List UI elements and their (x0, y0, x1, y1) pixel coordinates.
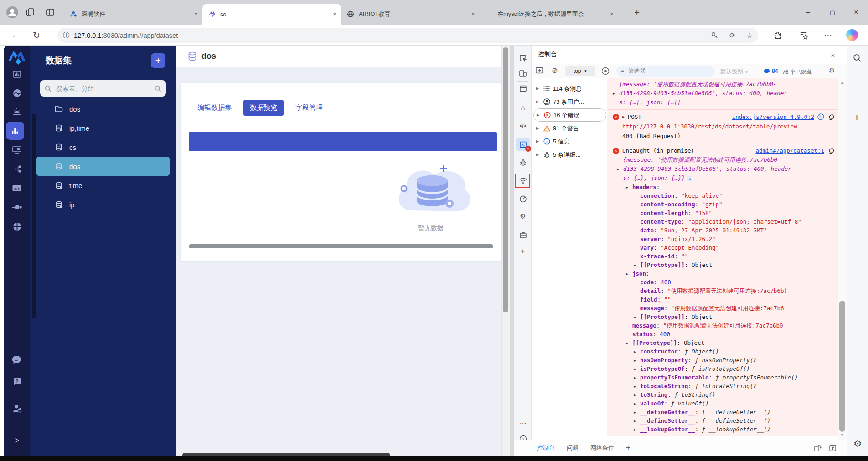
copilot-icon[interactable] (846, 29, 858, 41)
message-icon[interactable] (8, 353, 26, 366)
tree-key[interactable]: __defineSetter__ (640, 417, 695, 424)
tree-key[interactable]: hasOwnProperty (640, 357, 688, 364)
alarm-icon[interactable] (8, 105, 26, 119)
dataset-item[interactable]: ip,time (36, 118, 170, 138)
bug-icon[interactable] (543, 151, 550, 159)
tree-value[interactable]: ƒ __defineSetter__() (702, 417, 770, 424)
devtools-divider[interactable] (510, 46, 514, 456)
airiot-logo-icon[interactable] (208, 10, 216, 18)
tree-value[interactable]: Object (684, 339, 704, 346)
database-icon[interactable] (55, 124, 63, 132)
globe-icon[interactable] (346, 10, 355, 18)
console-scrollbar-thumb[interactable] (839, 301, 845, 432)
drawer-tab-console[interactable]: 控制台 (537, 444, 555, 452)
tree-value[interactable]: "使用数据源配置无法创建可用连接:7ac7b6b( (667, 287, 787, 294)
expander-arrow-icon[interactable]: ▶ (634, 391, 636, 400)
tree-value[interactable]: "使用数据源配置无法创建可用连接:7ac7b6b0- (663, 322, 786, 329)
map-icon[interactable] (8, 86, 26, 100)
srun-logo-icon[interactable] (69, 10, 78, 18)
expander-arrow-icon[interactable]: ▶ (634, 365, 636, 374)
browser-tab[interactable]: AIRIOT教育× (341, 4, 480, 25)
console-tree-row[interactable]: x-trace-id: "" (613, 252, 834, 261)
tree-key[interactable]: [[Prototype]] (640, 313, 685, 320)
sidebar-add-icon[interactable]: + (854, 112, 860, 124)
expander-arrow-icon[interactable]: ▶ (613, 89, 615, 98)
expander-arrow-icon[interactable]: ▶ (634, 408, 636, 417)
none-icon[interactable] (485, 10, 493, 18)
dataset-item[interactable]: ip (36, 195, 170, 214)
console-tree-row[interactable]: vary: "Accept-Encoding" (613, 243, 834, 252)
console-settings-gear-icon[interactable]: ⚙ (829, 67, 835, 75)
console-tree-row[interactable]: ▶toString: ƒ toString() (613, 390, 834, 399)
vertical-tabs-icon[interactable] (44, 6, 57, 19)
console-tree-row[interactable]: ▶propertyIsEnumerable: ƒ propertyIsEnume… (613, 373, 834, 382)
tab-edit-dataset[interactable]: 编辑数据集 (197, 103, 232, 112)
dataset-item[interactable]: cs (36, 138, 170, 157)
database-icon[interactable] (55, 200, 63, 209)
source-link[interactable]: admin#/app/dataset:1 (755, 146, 824, 155)
tree-key[interactable]: date (640, 227, 654, 234)
log-level-selector[interactable]: 默认级别 ▼ (720, 68, 748, 76)
expander-arrow-icon[interactable]: ▶ (634, 374, 636, 382)
tree-value[interactable]: "keep-alive" (681, 192, 722, 199)
window-maximize-button[interactable]: ▢ (823, 7, 842, 17)
tree-key[interactable]: isPrototypeOf (640, 365, 685, 372)
expander-arrow-icon[interactable]: ▶ (634, 261, 636, 270)
console-tree-row[interactable]: code: 400 (613, 278, 834, 287)
tree-key[interactable]: json (632, 270, 646, 277)
tree-key[interactable]: vary (640, 244, 654, 251)
dataset-panel-scrollbar[interactable] (32, 114, 36, 318)
tree-key[interactable]: x-trace-id (640, 253, 674, 260)
console-tree-row[interactable]: content-encoding: "gzip" (613, 200, 834, 209)
console-tree-row[interactable]: ▶__defineSetter__: ƒ __defineSetter__() (613, 416, 834, 425)
tree-value[interactable]: ƒ Object() (685, 348, 719, 355)
console-filter-label[interactable]: 114 条消息 (553, 85, 582, 93)
console-sidebar-toggle-icon[interactable] (535, 67, 545, 76)
dataset-item-label[interactable]: dos (69, 105, 80, 113)
tree-key[interactable]: __defineGetter__ (640, 409, 695, 415)
request-url-link[interactable]: http://127.0.0.1:3030/rest/ds/dataset/ta… (622, 122, 834, 131)
console-tree-row[interactable]: field: "" (613, 295, 834, 304)
console-tree-row[interactable]: ▶isPrototypeOf: ƒ isPrototypeOf() (613, 364, 834, 373)
sidebar-settings-gear-icon[interactable]: ⚙ (853, 438, 862, 449)
tree-key[interactable]: code (640, 279, 654, 286)
tree-value[interactable]: ƒ toString() (674, 391, 715, 398)
console-tree-row[interactable]: message: "使用数据源配置无法创建可用连接:7ac7b6b0- (613, 321, 834, 330)
profile-avatar[interactable] (5, 5, 19, 19)
elements-panel-icon[interactable]: </> (517, 119, 529, 132)
table-horizontal-scrollbar[interactable] (189, 244, 493, 248)
tab-field-management[interactable]: 字段管理 (295, 103, 323, 112)
console-tree-row[interactable]: ▶[[Prototype]]: Object (613, 338, 834, 347)
dataset-search-input[interactable] (55, 84, 155, 92)
tree-key[interactable]: [[Prototype]] (640, 261, 685, 268)
browser-tab[interactable]: cs× (202, 4, 341, 25)
tree-key[interactable]: headers (632, 184, 656, 190)
favorite-star-icon[interactable]: ☆ (746, 31, 753, 40)
database-icon[interactable] (55, 162, 63, 170)
tree-value[interactable]: Object (692, 313, 712, 320)
console-tree-row[interactable]: ▶toLocaleString: ƒ toLocaleString() (613, 382, 834, 390)
dataset-search-box[interactable] (40, 80, 166, 97)
expander-arrow-icon[interactable]: ▶ (626, 183, 628, 192)
more-tools-add-icon[interactable]: + (517, 245, 529, 258)
expander-arrow-icon[interactable]: ▶ (634, 417, 636, 425)
error-icon[interactable] (543, 112, 551, 119)
tree-key[interactable]: [[Prototype]] (632, 339, 677, 346)
dataset-item-label[interactable]: cs (69, 143, 76, 151)
tree-value[interactable]: "application/json; charset=utf-8" (688, 218, 801, 225)
dataset-item-label[interactable]: ip (69, 201, 75, 209)
expander-arrow-icon[interactable]: ▶ (617, 165, 619, 174)
memory-panel-icon[interactable]: ⚙ (517, 210, 529, 223)
scroll-down-icon[interactable]: ▼ (840, 433, 844, 437)
tree-value[interactable]: ƒ valueOf() (671, 400, 709, 407)
console-tree-row[interactable]: ▶[[Prototype]]: Object (613, 312, 834, 321)
console-tree-row[interactable]: ▶hasOwnProperty: ƒ hasOwnProperty() (613, 356, 834, 364)
tree-value[interactable]: "" (664, 296, 671, 303)
console-filter-row[interactable]: ▶73 条用户... (533, 95, 606, 108)
tree-key[interactable]: toLocaleString (640, 383, 688, 389)
console-tree-row[interactable]: message: "使用数据源配置无法创建可用连接:7ac7b6 (613, 304, 834, 312)
tree-key[interactable]: content-encoding (640, 201, 695, 208)
info-icon[interactable] (543, 138, 550, 145)
console-filter-label[interactable]: 16 个错误 (553, 111, 579, 119)
code-editor-icon[interactable]: </> (8, 181, 26, 195)
